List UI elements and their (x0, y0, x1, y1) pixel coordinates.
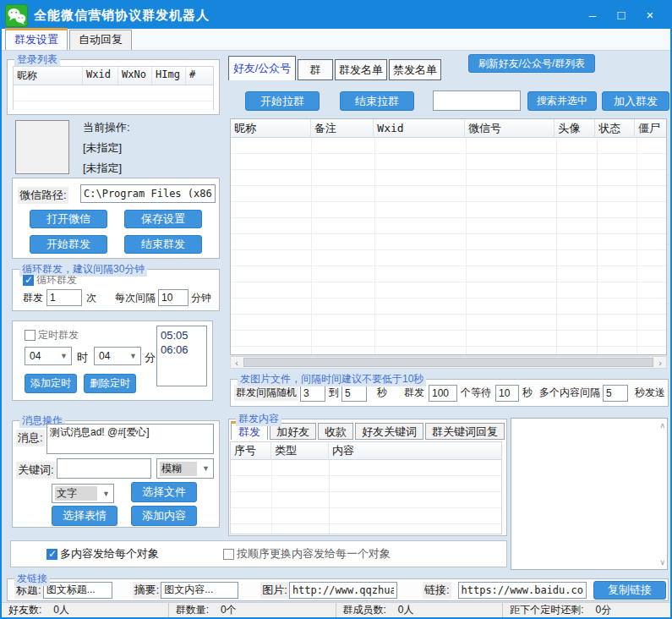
tab-groups[interactable]: 群 (298, 59, 333, 80)
loop-interval-input[interactable] (158, 289, 188, 306)
login-col-wxid: Wxid (83, 67, 118, 85)
status-friends-value: 0人 (53, 603, 69, 617)
interval-to-label: 到 (329, 386, 339, 400)
log-panel[interactable]: ∧ ∨ (511, 418, 668, 570)
timer-minute-select[interactable]: 04 ▼ (94, 347, 141, 365)
content-tab-group-keyword-reply[interactable]: 群关键词回复 (425, 423, 505, 440)
loop-send-checkbox[interactable] (23, 275, 34, 286)
scroll-up-icon[interactable]: ∧ (659, 421, 665, 430)
scroll-down-icon[interactable]: ∨ (659, 558, 665, 567)
message-textarea[interactable]: 测试消息ad! @#[爱心] (46, 424, 214, 454)
status-timer-value: 0分 (596, 603, 612, 617)
link-image-label: 图片: (260, 582, 289, 599)
save-settings-button[interactable]: 保存设置 (124, 210, 202, 228)
timer-checkbox[interactable] (25, 330, 36, 341)
start-pull-group-button[interactable]: 开始拉群 (245, 91, 320, 111)
timer-hour-value: 04 (28, 350, 55, 362)
link-image-input[interactable] (289, 582, 397, 599)
send-interval-group-title: 发图片文件，间隔时间建议不要低于10秒 (238, 372, 426, 386)
timer-times-listbox[interactable]: 05:05 06:06 (156, 326, 207, 386)
friends-col-wxid: Wxid (374, 120, 465, 136)
batch-count-input[interactable] (429, 385, 457, 402)
content-table: 序号 类型 内容 (230, 441, 502, 534)
add-to-send-button[interactable]: 加入群发 (602, 91, 669, 111)
content-tab-friend-keyword[interactable]: 好友关键词 (355, 423, 423, 440)
hscrollbar-thumb[interactable] (243, 358, 653, 367)
friends-table-body[interactable] (231, 138, 666, 354)
chevron-down-icon: ▼ (199, 464, 213, 473)
scroll-right-icon[interactable]: › (654, 358, 666, 368)
loop-count-input[interactable] (46, 289, 82, 306)
multi-content-checkbox[interactable] (46, 549, 57, 560)
friends-col-remark: 备注 (311, 119, 374, 138)
loop-send-group: 循环群发，建议间隔30分钟 循环群发 群发 次 每次间隔 分钟 (12, 269, 220, 311)
send-sec-label: 秒发送 (635, 386, 665, 400)
choose-file-button[interactable]: 选择文件 (131, 482, 197, 502)
friends-table-hscrollbar[interactable]: ‹ › (230, 356, 667, 369)
tab-send-settings[interactable]: 群发设置 (5, 28, 68, 50)
copy-link-button[interactable]: 复制链接 (593, 581, 666, 600)
stop-pull-group-button[interactable]: 结束拉群 (340, 91, 414, 111)
wechat-path-box: 微信路径: 打开微信 保存设置 开始群发 结束群发 (12, 178, 220, 259)
content-col-type: 类型 (271, 441, 329, 460)
status-friends: 好友数: 0人 (2, 603, 169, 617)
current-account-1: [未指定] (83, 140, 122, 156)
friends-col-wechat-id: 微信号 (465, 119, 555, 138)
content-tab-collect[interactable]: 收款 (318, 423, 353, 440)
timer-time-item[interactable]: 05:05 (161, 328, 203, 342)
loop-count-unit: 次 (86, 291, 96, 305)
status-groups: 群数量: 0个 (169, 603, 336, 617)
login-col-wxno: WxNo (118, 67, 152, 85)
timer-time-item[interactable]: 06:06 (161, 342, 203, 357)
add-timer-button[interactable]: 添加定时 (25, 374, 77, 393)
friends-col-nickname: 昵称 (231, 119, 311, 138)
status-members-value: 0人 (398, 603, 414, 617)
content-table-body[interactable] (231, 460, 501, 534)
minimize-button[interactable]: – (584, 7, 601, 24)
wait-sec-input[interactable] (495, 385, 519, 402)
tab-send-list[interactable]: 群发名单 (335, 59, 387, 80)
add-content-button[interactable]: 添加内容 (131, 506, 197, 526)
open-wechat-button[interactable]: 打开微信 (30, 210, 107, 228)
tab-friends-public[interactable]: 好友/公众号 (228, 56, 296, 80)
window-title: 全能微信营销协议群发机器人 (34, 8, 210, 24)
login-list-group-title: 登录列表 (14, 52, 60, 67)
match-mode-select[interactable]: 模糊 ▼ (156, 458, 214, 479)
interval-wait-label: 个等待 (461, 386, 491, 400)
timer-minute-value: 04 (97, 350, 124, 362)
timer-hour-select[interactable]: 04 ▼ (25, 347, 72, 365)
sequential-content-checkbox-label: 按顺序更换内容发给每一个对象 (237, 546, 391, 561)
wechat-path-input[interactable] (80, 184, 216, 203)
keyword-input[interactable] (57, 458, 151, 479)
close-button[interactable]: × (642, 7, 658, 24)
login-col-nickname: 昵称 (14, 67, 83, 85)
login-table-body[interactable] (14, 85, 213, 113)
options-box: 多内容发给每个对象 按顺序更换内容发给每一个对象 (10, 540, 507, 567)
multi-content-interval-input[interactable] (603, 385, 628, 402)
maximize-button[interactable]: □ (613, 7, 630, 24)
friends-col-zombie: 僵尸 (635, 119, 666, 138)
content-col-index: 序号 (231, 441, 271, 460)
interval-sec-label-2: 秒 (522, 386, 533, 400)
link-title-input[interactable] (43, 582, 112, 599)
refresh-lists-button[interactable]: 刷新好友/公众号/群列表 (468, 54, 595, 73)
content-type-select[interactable]: 文字 ▼ (52, 484, 114, 503)
tab-auto-reply[interactable]: 自动回复 (69, 30, 132, 50)
search-select-button[interactable]: 搜索并选中 (527, 91, 597, 111)
remove-timer-button[interactable]: 删除定时 (84, 374, 136, 393)
link-url-input[interactable] (458, 582, 587, 599)
scroll-left-icon[interactable]: ‹ (231, 358, 243, 368)
interval-max-input[interactable] (341, 385, 367, 402)
interval-min-input[interactable] (300, 385, 325, 402)
link-digest-input[interactable] (161, 582, 238, 599)
match-mode-value: 模糊 (160, 462, 197, 476)
sequential-content-checkbox[interactable] (223, 549, 234, 560)
start-send-button[interactable]: 开始群发 (30, 235, 107, 254)
tab-ban-list[interactable]: 禁发名单 (389, 59, 441, 80)
choose-emoji-button[interactable]: 选择表情 (52, 506, 117, 526)
stop-send-button[interactable]: 结束群发 (124, 235, 202, 254)
status-timer-label: 距下个定时还剩: (510, 603, 583, 617)
timer-checkbox-label: 定时群发 (38, 328, 79, 342)
friend-search-input[interactable] (433, 90, 521, 111)
content-col-content: 内容 (329, 441, 501, 460)
